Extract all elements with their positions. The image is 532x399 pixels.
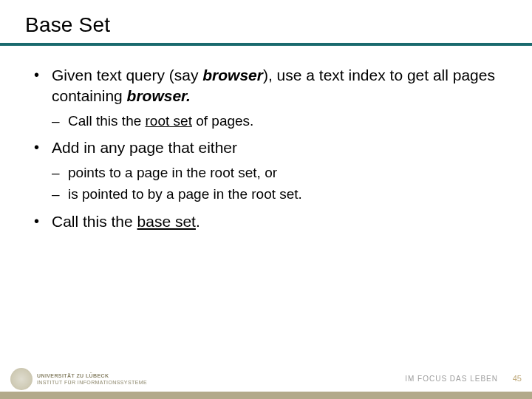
university-name: UNIVERSITÄT ZU LÜBECK INSTITUT FÜR INFOR… bbox=[37, 373, 147, 386]
sub-list: points to a page in the root set, or is … bbox=[52, 163, 499, 204]
bullet-3: Call this the base set. bbox=[33, 211, 499, 232]
bullet-1: Given text query (say browser), use a te… bbox=[33, 65, 499, 130]
text: UNIVERSITÄT ZU LÜBECK bbox=[37, 373, 147, 379]
slide: Base Set Given text query (say browser),… bbox=[0, 0, 532, 399]
text-underline: base set bbox=[137, 213, 196, 230]
bullet-2: Add in any page that either points to a … bbox=[33, 137, 499, 204]
text: INSTITUT FÜR INFORMATIONSSYSTEME bbox=[37, 380, 147, 386]
slide-title: Base Set bbox=[25, 13, 532, 37]
footer: UNIVERSITÄT ZU LÜBECK INSTITUT FÜR INFOR… bbox=[0, 364, 532, 399]
bullet-1-sub-1: Call this the root set of pages. bbox=[52, 112, 499, 131]
text: is pointed to by a page in the root set. bbox=[68, 186, 302, 202]
text-bold: browser bbox=[202, 66, 263, 83]
text: . bbox=[196, 213, 200, 230]
university-seal-icon bbox=[10, 368, 33, 390]
text: of pages. bbox=[192, 113, 253, 129]
footer-bar bbox=[0, 392, 532, 399]
bullet-2-sub-2: is pointed to by a page in the root set. bbox=[52, 185, 499, 204]
text: Add in any page that either bbox=[52, 139, 237, 156]
bullet-list: Given text query (say browser), use a te… bbox=[33, 65, 499, 232]
text: Call this the bbox=[68, 113, 146, 129]
text: points to a page in the root set, or bbox=[68, 165, 277, 180]
bullet-2-sub-1: points to a page in the root set, or bbox=[52, 163, 499, 183]
text: Call this the bbox=[52, 213, 137, 230]
text: Given text query (say bbox=[52, 66, 202, 83]
text-bold: browser. bbox=[127, 87, 191, 104]
page-number: 45 bbox=[513, 374, 522, 383]
footer-motto: IM FOCUS DAS LEBEN bbox=[405, 375, 498, 383]
content-area: Given text query (say browser), use a te… bbox=[0, 46, 532, 232]
text-underline: root set bbox=[146, 113, 192, 129]
sub-list: Call this the root set of pages. bbox=[52, 112, 499, 131]
title-block: Base Set bbox=[0, 0, 532, 43]
